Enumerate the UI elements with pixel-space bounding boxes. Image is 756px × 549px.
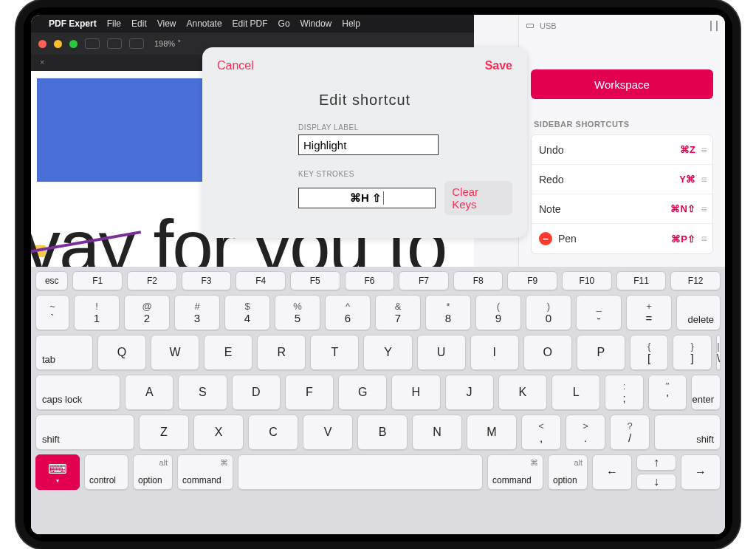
key-u[interactable]: U bbox=[417, 335, 466, 370]
key-t[interactable]: T bbox=[310, 335, 359, 370]
key-arrow-left[interactable]: ← bbox=[592, 454, 632, 490]
toolbar-sidebar-icon[interactable] bbox=[85, 38, 100, 49]
key-f8[interactable]: F8 bbox=[453, 271, 504, 290]
shortcut-row-redo[interactable]: Redo Y⌘ ≡ bbox=[532, 165, 712, 194]
key-n[interactable]: N bbox=[412, 415, 462, 450]
key-f4[interactable]: F4 bbox=[236, 271, 286, 290]
key-equals[interactable]: += bbox=[626, 295, 672, 330]
key-q[interactable]: Q bbox=[97, 335, 146, 370]
cancel-button[interactable]: Cancel bbox=[217, 59, 254, 72]
key-f6[interactable]: F6 bbox=[345, 271, 395, 290]
key-f3[interactable]: F3 bbox=[182, 271, 232, 290]
key-minus[interactable]: _- bbox=[576, 295, 622, 330]
key-g[interactable]: G bbox=[338, 375, 387, 410]
shortcut-row-pen[interactable]: – Pen ⌘P⇧ ≡ bbox=[532, 224, 712, 253]
key-1[interactable]: !1 bbox=[74, 295, 120, 330]
key-v[interactable]: V bbox=[303, 415, 353, 450]
key-arrow-right[interactable]: → bbox=[681, 454, 721, 490]
toolbar-thumb-icon[interactable] bbox=[129, 38, 144, 49]
key-2[interactable]: @2 bbox=[124, 295, 170, 330]
shortcut-row-undo[interactable]: Undo ⌘Z ≡ bbox=[532, 135, 712, 165]
menu-window[interactable]: Window bbox=[300, 18, 332, 29]
menubar-app[interactable]: PDF Expert bbox=[49, 18, 97, 29]
shortcut-row-note[interactable]: Note ⌘N⇧ ≡ bbox=[532, 194, 712, 224]
key-arrow-down[interactable]: ↓ bbox=[636, 474, 676, 490]
key-tab[interactable]: tab bbox=[35, 335, 93, 370]
key-7[interactable]: &7 bbox=[375, 295, 421, 330]
key-k[interactable]: K bbox=[498, 375, 547, 410]
delete-row-icon[interactable]: – bbox=[539, 232, 552, 245]
key-f1[interactable]: F1 bbox=[72, 271, 123, 290]
key-period[interactable]: >. bbox=[566, 415, 605, 450]
key-command-right[interactable]: ⌘command bbox=[487, 454, 543, 490]
key-o[interactable]: O bbox=[523, 335, 572, 370]
key-x[interactable]: X bbox=[193, 415, 244, 450]
key-backtick[interactable]: ~` bbox=[35, 295, 69, 330]
traffic-minimize-icon[interactable] bbox=[54, 40, 62, 48]
key-bracket-open[interactable]: {[ bbox=[630, 335, 669, 370]
key-f12[interactable]: F12 bbox=[670, 271, 721, 290]
key-control[interactable]: control bbox=[84, 454, 128, 490]
save-button[interactable]: Save bbox=[485, 59, 512, 72]
menu-annotate[interactable]: Annotate bbox=[187, 18, 222, 29]
key-delete[interactable]: delete bbox=[676, 295, 721, 330]
key-l[interactable]: L bbox=[551, 375, 600, 410]
key-h[interactable]: H bbox=[391, 375, 440, 410]
keystrokes-input[interactable]: ⌘H ⇧ bbox=[298, 188, 436, 208]
key-f5[interactable]: F5 bbox=[290, 271, 340, 290]
key-i[interactable]: I bbox=[470, 335, 519, 370]
tab-close-icon[interactable]: × bbox=[40, 58, 44, 67]
key-z[interactable]: Z bbox=[139, 415, 189, 450]
menu-file[interactable]: File bbox=[107, 18, 121, 29]
key-3[interactable]: #3 bbox=[174, 295, 220, 330]
key-semicolon[interactable]: :; bbox=[605, 375, 644, 410]
key-4[interactable]: $4 bbox=[224, 295, 270, 330]
key-slash[interactable]: ?/ bbox=[610, 415, 650, 450]
key-arrow-up[interactable]: ↑ bbox=[636, 454, 676, 471]
key-comma[interactable]: <, bbox=[521, 415, 561, 450]
key-enter[interactable]: enter bbox=[691, 375, 721, 410]
key-shift-right[interactable]: shift bbox=[654, 415, 721, 450]
key-8[interactable]: *8 bbox=[425, 295, 471, 330]
key-c[interactable]: C bbox=[248, 415, 298, 450]
key-e[interactable]: E bbox=[204, 335, 252, 370]
drag-handle-icon[interactable]: ≡ bbox=[701, 174, 705, 185]
display-label-input[interactable]: Highlight bbox=[298, 134, 439, 155]
clear-keys-button[interactable]: Clear Keys bbox=[444, 181, 512, 215]
toolbar-grid-icon[interactable] bbox=[107, 38, 122, 49]
key-f10[interactable]: F10 bbox=[562, 271, 612, 290]
menu-lines-icon[interactable] bbox=[710, 21, 718, 31]
key-6[interactable]: ^6 bbox=[325, 295, 371, 330]
menu-help[interactable]: Help bbox=[342, 18, 360, 29]
key-0[interactable]: )0 bbox=[526, 295, 571, 330]
key-p[interactable]: P bbox=[577, 335, 625, 370]
menu-editpdf[interactable]: Edit PDF bbox=[233, 18, 268, 29]
workspace-tab[interactable]: Workspace bbox=[531, 69, 713, 99]
zoom-level[interactable]: 198% ˅ bbox=[154, 39, 182, 49]
menu-go[interactable]: Go bbox=[278, 18, 290, 29]
key-d[interactable]: D bbox=[232, 375, 281, 410]
key-f2[interactable]: F2 bbox=[127, 271, 177, 290]
key-s[interactable]: S bbox=[178, 375, 227, 410]
key-option-left[interactable]: altoption bbox=[133, 454, 173, 490]
key-w[interactable]: W bbox=[151, 335, 199, 370]
traffic-zoom-icon[interactable] bbox=[69, 40, 78, 48]
key-f11[interactable]: F11 bbox=[616, 271, 667, 290]
key-a[interactable]: A bbox=[125, 375, 173, 410]
traffic-close-icon[interactable] bbox=[38, 40, 47, 48]
key-command-left[interactable]: ⌘command bbox=[177, 454, 233, 490]
key-f9[interactable]: F9 bbox=[507, 271, 557, 290]
key-esc[interactable]: esc bbox=[35, 271, 68, 290]
key-f[interactable]: F bbox=[285, 375, 334, 410]
key-backslash[interactable]: |\ bbox=[716, 335, 721, 370]
key-r[interactable]: R bbox=[257, 335, 306, 370]
menu-view[interactable]: View bbox=[157, 18, 176, 29]
key-space[interactable] bbox=[238, 454, 483, 490]
drag-handle-icon[interactable]: ≡ bbox=[701, 203, 705, 215]
drag-handle-icon[interactable]: ≡ bbox=[701, 233, 705, 245]
key-5[interactable]: %5 bbox=[275, 295, 320, 330]
menu-edit[interactable]: Edit bbox=[131, 18, 147, 29]
key-shift-left[interactable]: shift bbox=[35, 415, 134, 450]
key-bracket-close[interactable]: }] bbox=[673, 335, 712, 370]
key-f7[interactable]: F7 bbox=[399, 271, 449, 290]
